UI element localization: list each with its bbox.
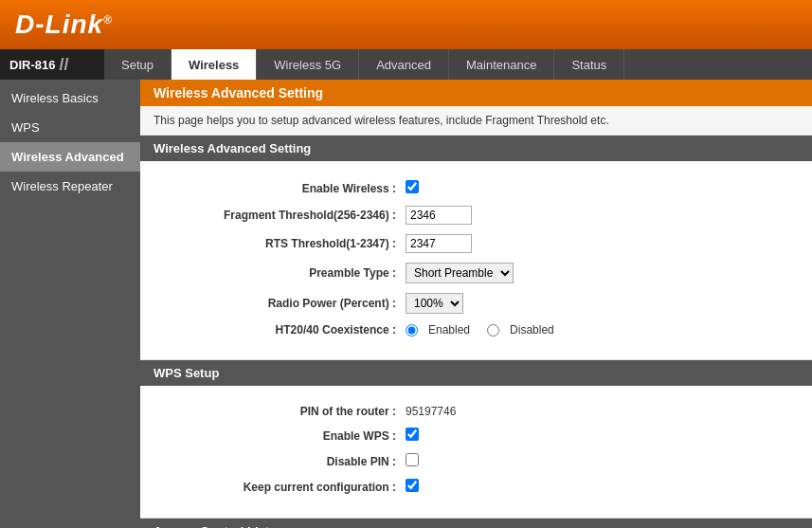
rts-threshold-value bbox=[406, 234, 472, 253]
tab-advanced[interactable]: Advanced bbox=[359, 49, 449, 80]
sidebar: Wireless Basics WPS Wireless Advanced Wi… bbox=[0, 80, 140, 528]
ht-coexistence-value: Enabled Disabled bbox=[406, 323, 554, 337]
enable-wireless-row: Enable Wireless : bbox=[140, 178, 812, 198]
rts-threshold-input[interactable] bbox=[406, 234, 472, 253]
ht-disabled-radio[interactable] bbox=[487, 324, 499, 337]
ht-coexistence-row: HT20/40 Coexistence : Enabled Disabled bbox=[140, 321, 812, 338]
wps-form: PIN of the router : 95197746 Enable WPS … bbox=[140, 386, 812, 518]
ht-coexistence-label: HT20/40 Coexistence : bbox=[140, 323, 406, 337]
disable-pin-label: Disable PIN : bbox=[140, 455, 406, 468]
page-description: This page helps you to setup advanced wi… bbox=[140, 106, 812, 136]
router-pin-label: PIN of the router : bbox=[140, 405, 406, 418]
tab-setup[interactable]: Setup bbox=[104, 49, 171, 80]
preamble-type-value: Short Preamble Long Preamble bbox=[406, 263, 514, 283]
enable-wireless-label: Enable Wireless : bbox=[140, 182, 406, 195]
enable-wps-label: Enable WPS : bbox=[140, 429, 406, 443]
page-title: Wireless Advanced Setting bbox=[140, 80, 812, 106]
enable-wireless-value bbox=[406, 180, 419, 196]
radio-power-select[interactable]: 100% 75% 50% 25% bbox=[406, 293, 463, 314]
model-label: DIR-816 bbox=[9, 58, 55, 72]
fragment-threshold-row: Fragment Threshold(256-2346) : bbox=[140, 204, 812, 227]
advanced-section-header: Wireless Advanced Setting bbox=[140, 136, 812, 161]
preamble-type-row: Preamble Type : Short Preamble Long Prea… bbox=[140, 261, 812, 285]
logo-name: D-Link bbox=[15, 9, 103, 39]
nav-bar: DIR-816 // Setup Wireless Wireless 5G Ad… bbox=[0, 49, 812, 80]
wps-section-header: WPS Setup bbox=[140, 360, 812, 386]
ht-disabled-label: Disabled bbox=[510, 323, 554, 337]
router-pin-row: PIN of the router : 95197746 bbox=[140, 403, 812, 420]
keep-config-checkbox[interactable] bbox=[406, 479, 419, 492]
rts-threshold-label: RTS Threshold(1-2347) : bbox=[140, 237, 406, 250]
wireless-advanced-form: Enable Wireless : Fragment Threshold(256… bbox=[140, 161, 812, 359]
nav-divider-icon: // bbox=[59, 55, 68, 75]
tab-maintenance[interactable]: Maintenance bbox=[449, 49, 554, 80]
preamble-type-select[interactable]: Short Preamble Long Preamble bbox=[406, 263, 514, 283]
disable-pin-value bbox=[406, 453, 419, 469]
keep-config-row: Keep current configuration : bbox=[140, 477, 812, 497]
fragment-threshold-label: Fragment Threshold(256-2346) : bbox=[140, 209, 406, 222]
radio-power-label: Radio Power (Percent) : bbox=[140, 297, 406, 310]
enable-wps-row: Enable WPS : bbox=[140, 426, 812, 446]
header: D-Link® bbox=[0, 0, 812, 49]
ht-enabled-radio[interactable] bbox=[406, 324, 418, 337]
tab-status[interactable]: Status bbox=[554, 49, 624, 80]
tab-wireless-5g[interactable]: Wireless 5G bbox=[257, 49, 359, 80]
sidebar-item-wireless-repeater[interactable]: Wireless Repeater bbox=[0, 172, 140, 201]
disable-pin-row: Disable PIN : bbox=[140, 451, 812, 471]
content-area: Wireless Advanced Setting This page help… bbox=[140, 80, 812, 528]
enable-wireless-checkbox[interactable] bbox=[406, 180, 419, 193]
keep-config-value bbox=[406, 479, 419, 495]
sidebar-item-wps[interactable]: WPS bbox=[0, 113, 140, 142]
tab-wireless[interactable]: Wireless bbox=[171, 49, 257, 80]
rts-threshold-row: RTS Threshold(1-2347) : bbox=[140, 232, 812, 255]
keep-config-label: Keep current configuration : bbox=[140, 481, 406, 494]
ht-enabled-label: Enabled bbox=[428, 323, 470, 337]
main-layout: Wireless Basics WPS Wireless Advanced Wi… bbox=[0, 80, 812, 528]
logo-reg: ® bbox=[103, 13, 113, 27]
disable-pin-checkbox[interactable] bbox=[406, 453, 419, 466]
fragment-threshold-input[interactable] bbox=[406, 206, 472, 225]
sidebar-item-wireless-basics[interactable]: Wireless Basics bbox=[0, 83, 140, 113]
enable-wps-value bbox=[406, 428, 419, 444]
model-badge: DIR-816 // bbox=[0, 49, 104, 80]
fragment-threshold-value bbox=[406, 206, 472, 225]
logo: D-Link® bbox=[15, 9, 113, 40]
acl-section-header: Access Control List bbox=[140, 519, 812, 528]
radio-power-value: 100% 75% 50% 25% bbox=[406, 293, 463, 314]
sidebar-item-wireless-advanced[interactable]: Wireless Advanced bbox=[0, 142, 140, 172]
preamble-type-label: Preamble Type : bbox=[140, 266, 406, 280]
radio-power-row: Radio Power (Percent) : 100% 75% 50% 25% bbox=[140, 291, 812, 316]
enable-wps-checkbox[interactable] bbox=[406, 428, 419, 441]
router-pin-value: 95197746 bbox=[406, 405, 456, 418]
